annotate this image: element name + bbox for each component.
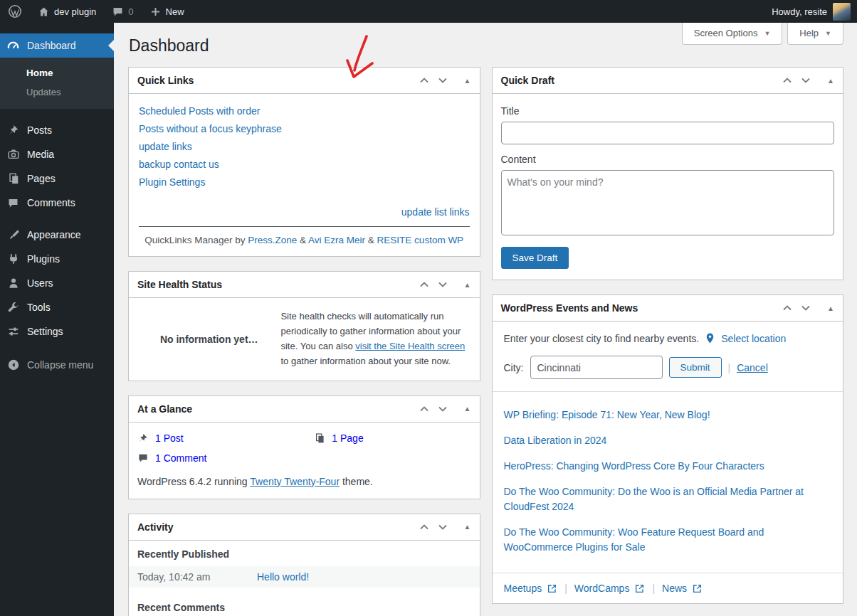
credit-sep: & <box>300 235 306 245</box>
comment-count-link[interactable]: 1 Comment <box>155 452 206 464</box>
published-post-row: Today, 10:42 am Hello world! <box>129 566 480 588</box>
sidebar-item-posts[interactable]: Posts <box>0 118 114 142</box>
comments-menu[interactable]: 0 <box>104 0 141 23</box>
quick-link[interactable]: Plugin Settings <box>137 174 471 191</box>
widget-order-down-button[interactable] <box>433 275 452 294</box>
help-label: Help <box>799 28 819 38</box>
widget-header[interactable]: WordPress Events and News ▲ <box>493 295 843 322</box>
quick-link[interactable]: backup contact us <box>137 156 471 174</box>
widget-toggle-button[interactable]: ▲ <box>821 299 840 317</box>
sidebar-item-label: Users <box>27 277 53 289</box>
city-input[interactable] <box>530 356 663 379</box>
widget-order-down-button[interactable] <box>433 400 452 418</box>
news-item-link[interactable]: HeroPress: Changing WordPress Core By Fo… <box>504 459 832 474</box>
user-avatar[interactable] <box>833 3 851 21</box>
page-count-link[interactable]: 1 Page <box>332 432 363 444</box>
widget-toggle-button[interactable]: ▲ <box>458 71 477 90</box>
recent-comments-heading: Recent Comments <box>129 594 480 616</box>
sidebar-item-settings[interactable]: Settings <box>0 319 114 344</box>
chevron-down-icon: ▼ <box>825 30 831 37</box>
news-item-link[interactable]: Data Liberation in 2024 <box>504 433 832 448</box>
quick-link[interactable]: Scheduled Posts with order <box>137 102 471 120</box>
comments-icon <box>6 197 20 209</box>
wordpress-logo-menu[interactable] <box>0 0 30 23</box>
sidebar-item-appearance[interactable]: Appearance <box>0 223 114 247</box>
sidebar-item-tools[interactable]: Tools <box>0 295 114 319</box>
widget-order-up-button[interactable] <box>778 71 796 90</box>
sidebar-item-media[interactable]: Media <box>0 142 114 166</box>
site-health-widget: Site Health Status ▲ No information yet…… <box>128 271 480 381</box>
dashboard-submenu: Home Updates <box>0 58 114 109</box>
widget-header[interactable]: Activity ▲ <box>129 514 480 541</box>
main-content: Screen Options ▼ Help ▼ Dashboard Quick … <box>114 23 857 616</box>
widget-order-up-button[interactable] <box>415 518 433 536</box>
new-content-menu[interactable]: New <box>142 0 192 23</box>
widget-order-up-button[interactable] <box>415 400 433 418</box>
widget-toggle-button[interactable]: ▲ <box>458 275 477 294</box>
widget-toggle-button[interactable]: ▲ <box>821 71 840 90</box>
update-list-links-link[interactable]: update list links <box>401 206 470 218</box>
widget-order-up-button[interactable] <box>778 299 796 317</box>
meetups-link[interactable]: Meetups <box>504 583 558 594</box>
sidebar-item-dashboard[interactable]: Dashboard <box>0 33 114 58</box>
collapse-icon <box>6 359 20 371</box>
collapse-menu-button[interactable]: Collapse menu <box>0 353 114 377</box>
site-health-screen-link[interactable]: visit the Site Health screen <box>355 341 465 351</box>
version-prefix: WordPress 6.4.2 running <box>137 476 250 487</box>
sidebar-item-plugins[interactable]: Plugins <box>0 247 114 271</box>
draft-content-textarea[interactable] <box>501 170 835 235</box>
news-item-link[interactable]: Do The Woo Community: Woo Feature Reques… <box>504 525 832 555</box>
toggle-icon: ▲ <box>827 304 834 312</box>
widget-order-up-button[interactable] <box>415 71 433 90</box>
widget-header[interactable]: Quick Draft ▲ <box>493 68 843 94</box>
news-item-link[interactable]: Do The Woo Community: Do the Woo is an O… <box>504 484 832 514</box>
separator: | <box>728 362 731 373</box>
plus-icon <box>149 6 162 18</box>
credit-link[interactable]: Avi Ezra Meir <box>308 235 365 245</box>
published-post-link[interactable]: Hello world! <box>257 571 309 583</box>
pages-icon <box>314 432 325 444</box>
widget-order-down-button[interactable] <box>433 518 452 536</box>
credit-link[interactable]: RESITE custom WP <box>377 235 464 245</box>
widget-order-down-button[interactable] <box>433 71 452 90</box>
news-item-link[interactable]: WP Briefing: Episode 71: New Year, New B… <box>504 408 832 423</box>
credit-link[interactable]: Press.Zone <box>248 235 297 245</box>
howdy-text[interactable]: Howdy, resite <box>772 6 827 17</box>
save-draft-button[interactable]: Save Draft <box>501 247 569 269</box>
sidebar-item-comments[interactable]: Comments <box>0 191 114 215</box>
external-link-icon <box>547 583 557 594</box>
submit-button[interactable]: Submit <box>669 357 722 378</box>
published-time: Today, 10:42 am <box>137 571 257 583</box>
screen-options-button[interactable]: Screen Options ▼ <box>682 23 783 45</box>
meetups-label: Meetups <box>504 583 542 594</box>
widget-header[interactable]: Quick Links ▲ <box>129 68 480 94</box>
quick-link[interactable]: update links <box>137 138 471 156</box>
news-link[interactable]: News <box>662 583 703 594</box>
quick-link[interactable]: Posts without a focus keyphrase <box>137 120 471 138</box>
sidebar-item-label: Comments <box>27 197 75 208</box>
widget-toggle-button[interactable]: ▲ <box>458 400 477 418</box>
widget-order-down-button[interactable] <box>796 71 815 90</box>
select-location-link[interactable]: Select location <box>721 333 786 344</box>
draft-title-input[interactable] <box>501 122 835 144</box>
post-count-link[interactable]: 1 Post <box>155 432 184 444</box>
cancel-link[interactable]: Cancel <box>737 362 768 373</box>
pushpin-icon <box>137 432 149 444</box>
sidebar-item-label: Pages <box>27 173 56 184</box>
wordcamps-link[interactable]: WordCamps <box>574 583 646 594</box>
sidebar-item-users[interactable]: Users <box>0 271 114 295</box>
widget-order-up-button[interactable] <box>415 275 433 294</box>
help-button[interactable]: Help ▼ <box>787 23 843 45</box>
sidebar-item-label: Media <box>27 149 54 160</box>
sidebar-item-pages[interactable]: Pages <box>0 166 114 191</box>
screen-options-label: Screen Options <box>694 28 758 38</box>
widget-order-down-button[interactable] <box>796 299 815 317</box>
theme-link[interactable]: Twenty Twenty-Four <box>250 476 340 487</box>
plug-icon <box>6 253 20 265</box>
site-menu[interactable]: dev plugin <box>30 0 104 23</box>
widget-header[interactable]: At a Glance ▲ <box>129 396 480 423</box>
widget-toggle-button[interactable]: ▲ <box>458 518 477 536</box>
sidebar-subitem-home[interactable]: Home <box>0 63 114 83</box>
sidebar-subitem-updates[interactable]: Updates <box>0 83 114 102</box>
widget-header[interactable]: Site Health Status ▲ <box>129 272 480 298</box>
